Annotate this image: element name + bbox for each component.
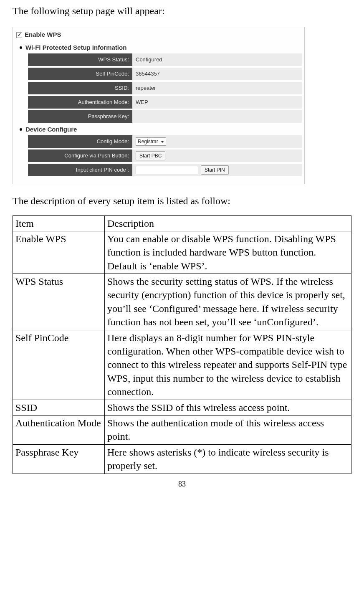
table-item: Enable WPS (13, 231, 105, 274)
table-row: SSIDShows the SSID of this wireless acce… (13, 400, 351, 415)
table-item: Authentication Mode (13, 415, 105, 445)
info-label: Authentication Mode: (28, 96, 132, 109)
push-button-row: Configure via Push Button: Start PBC (28, 149, 302, 162)
section-wps-info-label: Wi-Fi Protected Setup Information (25, 43, 126, 52)
info-label: Self PinCode: (28, 68, 132, 80)
section-wps-info: Wi-Fi Protected Setup Information (15, 43, 302, 53)
config-mode-row: Config Mode: Registrar (28, 135, 302, 148)
table-item: SSID (13, 400, 105, 415)
info-value (132, 110, 302, 123)
table-header-row: Item Description (13, 215, 351, 231)
start-pin-button[interactable]: Start PIN (201, 165, 229, 175)
bullet-icon (20, 128, 22, 131)
info-value: 36544357 (132, 68, 302, 80)
start-pbc-button[interactable]: Start PBC (136, 151, 165, 160)
section-device-config: Device Configure (15, 124, 302, 135)
table-row: WPS StatusShows the security setting sta… (13, 274, 351, 330)
info-label: Passphrase Key: (28, 110, 132, 123)
pin-input-row: Input client PIN code : Start PIN (28, 164, 302, 176)
info-row: Authentication Mode:WEP (28, 96, 302, 109)
header-description: Description (105, 215, 351, 231)
table-row: Passphrase KeyHere shows asterisks (*) t… (13, 444, 351, 474)
intro-text-1: The following setup page will appear: (13, 4, 351, 18)
enable-wps-checkbox[interactable]: ✓ (16, 32, 22, 38)
info-label: SSID: (28, 82, 132, 94)
info-value: Configured (132, 53, 302, 66)
table-row: Authentication ModeShows the authenticat… (13, 415, 351, 445)
table-description: Here displays an 8-digit number for WPS … (105, 330, 351, 400)
table-row: Self PinCodeHere displays an 8-digit num… (13, 330, 351, 400)
config-mode-value: Registrar (138, 138, 158, 145)
pin-input-label: Input client PIN code : (28, 164, 132, 176)
table-item: Self PinCode (13, 330, 105, 400)
push-button-label: Configure via Push Button: (28, 149, 132, 162)
table-description: You can enable or disable WPS function. … (105, 231, 351, 274)
description-table: Item Description Enable WPSYou can enabl… (13, 215, 351, 474)
info-value: repeater (132, 82, 302, 94)
enable-wps-row: ✓ Enable WPS (15, 29, 302, 42)
table-description: Shows the authentication mode of this wi… (105, 415, 351, 445)
table-item: WPS Status (13, 274, 105, 330)
setup-screenshot: ✓ Enable WPS Wi-Fi Protected Setup Infor… (13, 27, 305, 184)
info-value: WEP (132, 96, 302, 109)
config-mode-select[interactable]: Registrar (136, 137, 166, 146)
config-mode-label: Config Mode: (28, 135, 132, 148)
bullet-icon (20, 46, 22, 49)
table-item: Passphrase Key (13, 444, 105, 474)
enable-wps-label: Enable WPS (25, 30, 61, 39)
table-description: Here shows asterisks (*) to indicate wir… (105, 444, 351, 474)
page-number: 83 (13, 479, 351, 489)
table-row: Enable WPSYou can enable or disable WPS … (13, 231, 351, 274)
pin-input-field[interactable] (136, 166, 198, 174)
header-item: Item (13, 215, 105, 231)
intro-text-2: The description of every setup item is l… (13, 194, 351, 208)
chevron-down-icon (161, 141, 164, 143)
table-description: Shows the security setting status of WPS… (105, 274, 351, 330)
section-device-config-label: Device Configure (25, 125, 77, 134)
info-row: SSID:repeater (28, 82, 302, 94)
info-row: WPS Status:Configured (28, 53, 302, 66)
info-row: Passphrase Key: (28, 110, 302, 123)
table-description: Shows the SSID of this wireless access p… (105, 400, 351, 415)
info-label: WPS Status: (28, 53, 132, 66)
info-row: Self PinCode:36544357 (28, 68, 302, 80)
